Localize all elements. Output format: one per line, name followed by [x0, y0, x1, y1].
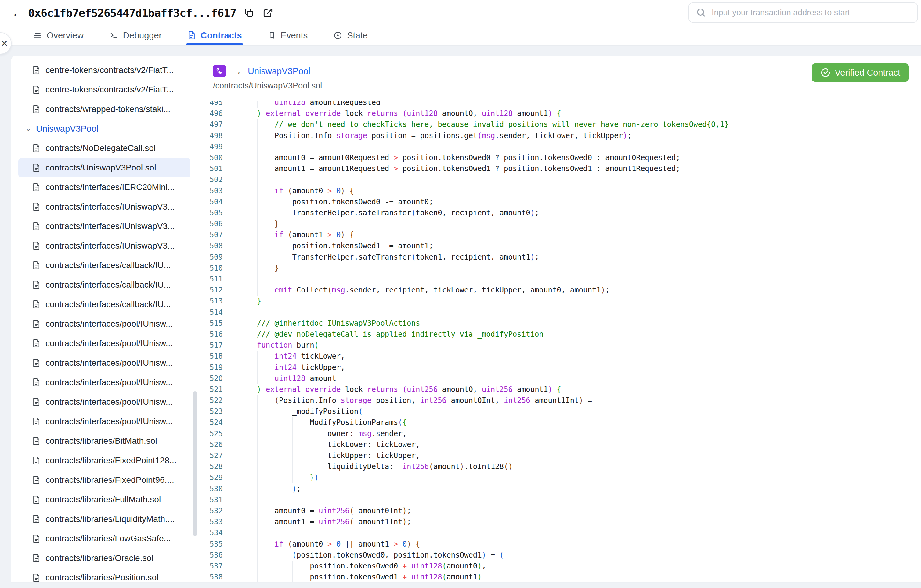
contract-name-link[interactable]: UniswapV3Pool — [248, 66, 310, 76]
file-icon — [33, 358, 40, 367]
sidebar-file-item[interactable]: contracts/libraries/LowGasSafe... — [18, 529, 190, 548]
sidebar-item-label: contracts/UniswapV3Pool.sol — [46, 163, 156, 173]
sidebar-file-item[interactable]: contracts/interfaces/callback/IU... — [18, 275, 190, 295]
indent-guide — [275, 439, 275, 450]
sidebar-file-item[interactable]: contracts/interfaces/pool/IUnisw... — [18, 314, 190, 334]
sidebar-file-item[interactable]: contracts/libraries/Oracle.sol — [18, 548, 190, 568]
line-number: 515 — [202, 318, 233, 329]
sidebar-file-item[interactable]: contracts/interfaces/callback/IU... — [18, 295, 190, 314]
tab-debugger[interactable]: Debugger — [109, 26, 162, 45]
file-icon — [33, 456, 40, 465]
line-number: 510 — [202, 263, 233, 274]
sidebar-item-label: contracts/interfaces/pool/IUnisw... — [46, 358, 173, 368]
sidebar-file-item[interactable]: contracts/UniswapV3Pool.sol — [18, 158, 190, 177]
tab-contracts[interactable]: Contracts — [187, 26, 242, 45]
search-input[interactable] — [711, 8, 911, 18]
external-link-icon[interactable] — [262, 7, 274, 19]
code-line: 497 // we don't need to checkTicks here,… — [202, 119, 921, 130]
file-icon — [33, 163, 40, 172]
line-number: 528 — [202, 461, 233, 472]
file-icon — [33, 300, 40, 309]
sidebar-file-item[interactable]: contracts/interfaces/pool/IUnisw... — [18, 334, 190, 353]
code-line-text: } — [233, 296, 921, 307]
code-line: 511 — [202, 274, 921, 284]
tab-events[interactable]: Events — [268, 26, 308, 45]
code-line: 496 ) external override lock returns (ui… — [202, 108, 921, 119]
code-line: 508 position.tokensOwed1 -= amount1; — [202, 240, 921, 251]
verified-contract-label: Verified Contract — [835, 68, 900, 78]
sidebar-file-item[interactable]: contracts/interfaces/IUniswapV3... — [18, 216, 190, 236]
sidebar-file-item[interactable]: contracts/interfaces/IUniswapV3... — [18, 197, 190, 216]
code-line-text: (position.tokensOwed0, position.tokensOw… — [233, 549, 921, 560]
chevron-down-icon[interactable]: ⌄ — [25, 123, 32, 133]
sidebar-file-item[interactable]: contracts/interfaces/pool/IUnisw... — [18, 353, 190, 373]
code-line-text: tickLower: tickLower, — [233, 439, 921, 450]
indent-guide — [310, 461, 310, 472]
verified-contract-badge[interactable]: Verified Contract — [812, 63, 909, 82]
code-line-text: tickUpper: tickUpper, — [233, 450, 921, 461]
code-line-text: // we don't need to checkTicks here, bec… — [233, 119, 921, 130]
sidebar-file-item[interactable]: centre-tokens/contracts/v2/FiatT... — [18, 60, 190, 80]
file-icon — [33, 261, 40, 270]
code-line-text — [233, 174, 921, 185]
sidebar-file-item[interactable]: contracts/interfaces/pool/IUnisw... — [18, 373, 190, 392]
code-line: 519 int24 tickUpper, — [202, 362, 921, 373]
tab-label: Overview — [47, 31, 84, 41]
code-line: 527 tickUpper: tickUpper, — [202, 450, 921, 461]
sidebar-file-item[interactable]: contracts/libraries/LiquidityMath.... — [18, 509, 190, 529]
sidebar-file-item[interactable]: centre-tokens/contracts/v2/FiatT... — [18, 80, 190, 99]
indent-guide — [310, 439, 310, 450]
sidebar-file-item[interactable]: contracts/libraries/FixedPoint96.... — [18, 470, 190, 490]
sidebar-file-item[interactable]: contracts/libraries/BitMath.sol — [18, 431, 190, 451]
indent-guide — [257, 505, 257, 517]
line-number: 524 — [202, 417, 233, 428]
sidebar-file-item[interactable]: contracts/interfaces/IERC20Mini... — [18, 177, 190, 197]
indent-guide — [257, 130, 257, 141]
sidebar-file-item[interactable]: contracts/interfaces/IUniswapV3... — [18, 236, 190, 255]
line-number: 500 — [202, 152, 233, 163]
transaction-search-bar[interactable] — [688, 2, 918, 23]
back-arrow-icon[interactable]: ← — [11, 6, 24, 19]
sidebar-item-label: contracts/interfaces/pool/IUnisw... — [46, 319, 173, 329]
code-line: 535 if (amount0 > 0 || amount1 > 0) { — [202, 539, 921, 549]
line-number: 522 — [202, 395, 233, 406]
line-number: 520 — [202, 373, 233, 384]
code-line: 525 owner: msg.sender, — [202, 428, 921, 439]
code-line-text: if (amount0 > 0) { — [233, 185, 921, 197]
sidebar-file-item[interactable]: contracts/libraries/Position.sol — [18, 568, 190, 582]
sidebar-file-item[interactable]: contracts/interfaces/pool/IUnisw... — [18, 412, 190, 431]
indent-guide — [275, 560, 275, 572]
sidebar-file-item[interactable]: contracts/NoDelegateCall.sol — [18, 138, 190, 158]
sidebar-group-uniswapv3pool[interactable]: ⌄UniswapV3Pool — [18, 119, 190, 138]
file-icon — [33, 437, 40, 445]
sidebar-scrollbar[interactable] — [193, 391, 197, 536]
code-line-text: position.tokensOwed0 -= amount0; — [233, 197, 921, 207]
indent-guide — [257, 417, 257, 428]
line-number: 504 — [202, 197, 233, 207]
indent-guide — [257, 439, 257, 450]
line-number: 505 — [202, 207, 233, 218]
code-viewer[interactable]: 495 uint128 amount1Requested496 ) extern… — [202, 101, 921, 582]
sidebar-file-item[interactable]: contracts/interfaces/callback/IU... — [18, 255, 190, 275]
tab-overview[interactable]: Overview — [33, 26, 84, 45]
code-line: 502 — [202, 174, 921, 185]
indent-guide — [257, 185, 257, 197]
tab-state[interactable]: State — [333, 26, 368, 45]
sidebar-file-item[interactable]: contracts/wrapped-tokens/staki... — [18, 99, 190, 119]
code-line: 530 ); — [202, 483, 921, 494]
sidebar-file-item[interactable]: contracts/libraries/FixedPoint128... — [18, 451, 190, 470]
indent-guide — [257, 572, 257, 582]
file-icon — [33, 554, 40, 563]
line-number: 511 — [202, 274, 233, 284]
line-number: 538 — [202, 572, 233, 582]
sidebar-file-item[interactable]: contracts/interfaces/pool/IUnisw... — [18, 392, 190, 412]
indent-guide — [275, 252, 275, 263]
code-line-text — [233, 141, 921, 152]
line-number: 518 — [202, 351, 233, 362]
sidebar-item-label: contracts/interfaces/pool/IUnisw... — [46, 417, 173, 426]
sidebar-item-label: contracts/interfaces/callback/IU... — [46, 280, 171, 290]
copy-icon[interactable] — [243, 7, 255, 19]
sidebar-file-item[interactable]: contracts/libraries/FullMath.sol — [18, 490, 190, 509]
tab-label: Debugger — [123, 31, 162, 41]
line-number: 534 — [202, 527, 233, 538]
